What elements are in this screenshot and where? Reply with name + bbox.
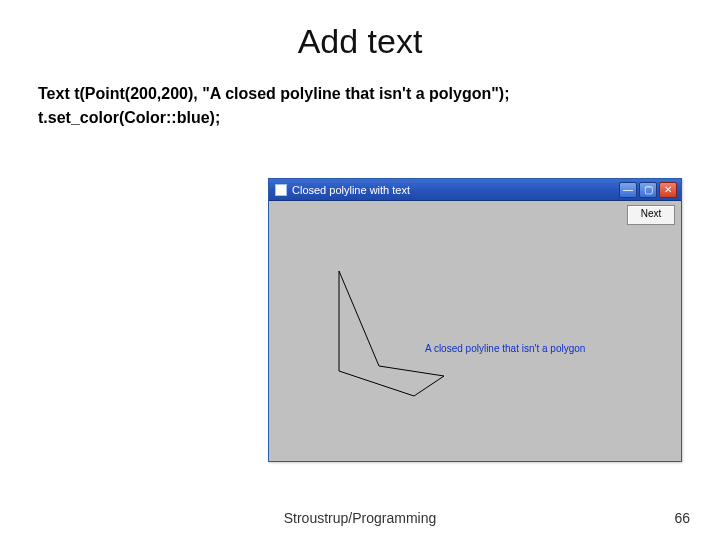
minimize-button[interactable]: — xyxy=(619,182,637,198)
close-button[interactable]: ✕ xyxy=(659,182,677,198)
page-number: 66 xyxy=(674,510,690,526)
window-content: Next A closed polyline that isn't a poly… xyxy=(269,201,681,461)
polyline-shape xyxy=(269,201,681,461)
footer-text: Stroustrup/Programming xyxy=(0,510,720,526)
slide-title: Add text xyxy=(0,22,720,61)
window-buttons: — ▢ ✕ xyxy=(619,182,677,198)
canvas-label: A closed polyline that isn't a polygon xyxy=(425,343,585,354)
drawing-canvas: A closed polyline that isn't a polygon xyxy=(269,201,681,461)
window-titlebar: Closed polyline with text — ▢ ✕ xyxy=(269,179,681,201)
window-title: Closed polyline with text xyxy=(292,184,619,196)
code-line-2: t.set_color(Color::blue); xyxy=(38,107,682,129)
app-icon xyxy=(275,184,287,196)
code-sample: Text t(Point(200,200), "A closed polylin… xyxy=(38,83,682,128)
code-line-1: Text t(Point(200,200), "A closed polylin… xyxy=(38,83,682,105)
app-window: Closed polyline with text — ▢ ✕ Next A c… xyxy=(268,178,682,462)
maximize-button[interactable]: ▢ xyxy=(639,182,657,198)
